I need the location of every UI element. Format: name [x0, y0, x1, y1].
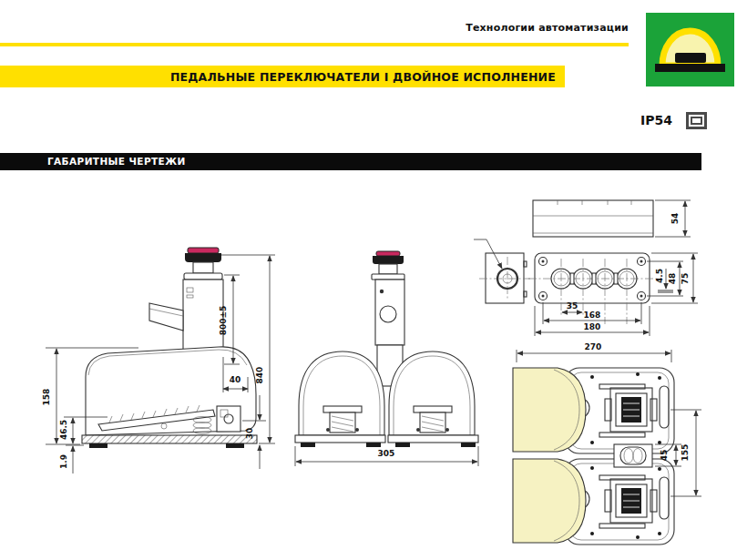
- dim-label-total-height: 840: [255, 367, 264, 384]
- page-title-banner: ПЕДАЛЬНЫЕ ПЕРЕКЛЮЧАТЕЛИ I ДВОЙНОЕ ИСПОЛН…: [0, 66, 565, 87]
- dim-label-hole-diameter: 4.5: [655, 269, 664, 283]
- section-title-bar: ГАБАРИТНЫЕ ЧЕРТЕЖИ: [0, 153, 701, 170]
- dim-label-hole-spacing: 35: [567, 301, 578, 311]
- drawing-end-view: [474, 239, 530, 303]
- dim-label-housing-height: 158: [42, 389, 51, 406]
- dim-label-pedal-height: 46.5: [59, 420, 68, 440]
- drawing-front-view: 305: [295, 251, 478, 466]
- dim-label-plate-height: 75: [681, 273, 690, 285]
- connector-box: [614, 444, 652, 467]
- dim-label-column-height: 800±5: [219, 306, 228, 336]
- header-title: Технологии автоматизации: [466, 22, 629, 34]
- dim-label-connector-gap: 45: [660, 450, 669, 462]
- drawing-plate-view: 35 168 180 4.5 48 75: [528, 253, 698, 336]
- class-ii-double-square-icon: [686, 112, 707, 129]
- dim-label-rear-height: 30: [245, 428, 254, 440]
- dim-label-column-offset: 40: [230, 375, 241, 384]
- catalog-page: Технологии автоматизации ПЕДАЛЬНЫЕ ПЕРЕК…: [0, 0, 737, 560]
- dim-label-plate-width: 180: [584, 322, 601, 331]
- dim-label-screw-spacing-v: 48: [668, 273, 677, 285]
- dim-label-box-height: 54: [670, 213, 680, 225]
- ip-rating: IP54: [640, 113, 672, 127]
- section-title: ГАБАРИТНЫЕ ЧЕРТЕЖИ: [47, 156, 186, 167]
- brand-logo: [646, 13, 734, 87]
- dim-label-screw-spacing-h: 168: [584, 311, 601, 320]
- dimensional-drawings: 158 46.5 1.9 40 800±5 840: [0, 182, 737, 560]
- header-rule: [0, 43, 629, 46]
- pedal-unit-top: [513, 368, 674, 453]
- page-title: ПЕДАЛЬНЫЕ ПЕРЕКЛЮЧАТЕЛИ I ДВОЙНОЕ ИСПОЛН…: [170, 70, 556, 84]
- drawing-side-view: 158 46.5 1.9 40 800±5 840: [42, 248, 275, 473]
- pedal-unit-top: [513, 459, 674, 545]
- dim-label-unit-width: 270: [585, 342, 602, 351]
- dim-label-base-thickness: 1.9: [59, 454, 68, 469]
- pedal-switch-dome-icon: [646, 13, 734, 87]
- drawing-box-side-view: 54: [533, 200, 691, 237]
- dim-label-base-width: 305: [378, 449, 395, 458]
- dim-label-pedal-spacing: 155: [681, 444, 690, 462]
- drawing-top-view: 270: [513, 342, 701, 545]
